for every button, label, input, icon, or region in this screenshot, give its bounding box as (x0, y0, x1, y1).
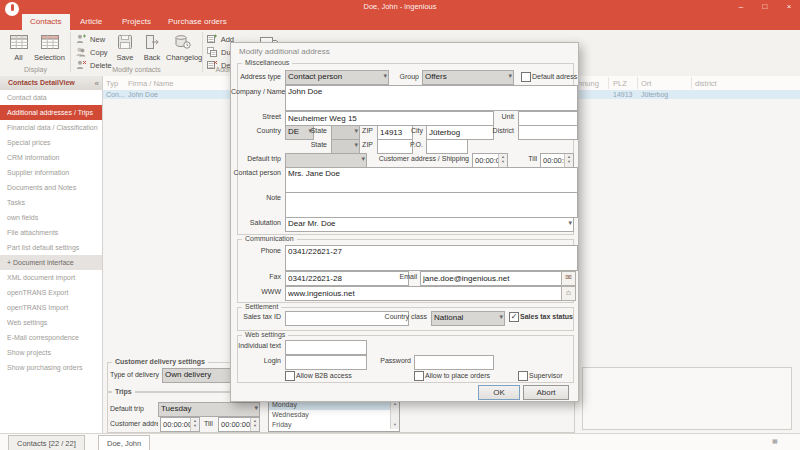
po-input[interactable] (426, 139, 468, 154)
status-bar: Contacts [22 / 22] Doe, John (0, 433, 800, 450)
default-trip-dialog-dropdown[interactable]: ▾ (285, 153, 367, 168)
send-email-icon[interactable]: ✉ (561, 271, 576, 286)
till-label: Till (204, 420, 213, 427)
spinner-arrows-icon[interactable]: ▲▼ (564, 154, 573, 167)
password-input[interactable] (414, 355, 494, 370)
sidebar-item-documents-notes[interactable]: Documents and Notes (0, 180, 102, 195)
close-button[interactable]: × (780, 1, 798, 13)
spinner-arrows-icon[interactable]: ▲▼ (250, 418, 259, 431)
column-unit-partial[interactable]: hnung (578, 79, 599, 88)
street-input[interactable] (285, 111, 494, 126)
copy-contact-button[interactable]: Copy (76, 47, 108, 59)
sidebar-item-part-list-defaults[interactable]: Part list default settings (0, 240, 102, 255)
status-tab-doe-john[interactable]: Doe, John (98, 435, 150, 450)
login-label: Login (231, 357, 281, 364)
column-firma-name[interactable]: Firma / Name (128, 79, 173, 88)
default-address-label: Default adress (532, 73, 577, 80)
sidebar-item-crm-information[interactable]: CRM information (0, 150, 102, 165)
customer-delivery-group-label: Customer delivery settings (112, 358, 208, 365)
column-district[interactable]: district (695, 79, 717, 88)
note-textarea[interactable] (285, 192, 578, 218)
dialog-title: Modify additional address (239, 47, 330, 56)
trip-weekday-listbox[interactable]: Monday Wednesday Friday ▲▼ (268, 399, 400, 432)
address-type-dropdown[interactable]: Contact person▾ (285, 70, 389, 85)
country-class-label: Country class (371, 313, 427, 320)
contact-person-textarea[interactable]: Mrs. Jane Doe (285, 167, 578, 193)
sidebar-item-opentrans-import[interactable]: openTRANS Import (0, 300, 102, 315)
zip2-label: ZIP (347, 141, 373, 148)
sidebar-item-file-attachments[interactable]: File attachments (0, 225, 102, 240)
cell-typ: Con... (106, 91, 125, 98)
web-settings-group-label: Web settings (242, 331, 288, 338)
list-duplicate-icon (207, 47, 217, 57)
column-ort[interactable]: Ort (641, 79, 651, 88)
group-dropdown[interactable]: Offers▾ (422, 70, 514, 85)
sidebar-item-supplier-information[interactable]: Supplier information (0, 165, 102, 180)
www-input[interactable] (285, 286, 564, 301)
login-input[interactable] (285, 355, 367, 370)
country-class-dropdown[interactable]: National▾ (431, 311, 505, 326)
spinner-arrows-icon[interactable]: ▲▼ (498, 154, 507, 167)
sidebar-item-show-purchasing-orders[interactable]: Show purchasing orders (0, 360, 102, 375)
sales-tax-status-checkbox[interactable]: ✓ (509, 312, 519, 322)
sidebar-item-tasks[interactable]: Tasks (0, 195, 102, 210)
allow-orders-checkbox[interactable] (414, 371, 424, 381)
sidebar-item-web-settings[interactable]: Web settings (0, 315, 102, 330)
column-typ[interactable]: Typ (106, 79, 118, 88)
company-name-textarea[interactable]: John Doe (285, 85, 578, 111)
changelog-database-clock-icon (166, 33, 199, 53)
dropdown-arrow-icon: ▾ (361, 155, 365, 163)
shipping-till-spinner[interactable]: 00:00:00▲▼ (218, 417, 260, 432)
ok-button[interactable]: OK (478, 385, 520, 400)
new-contact-button[interactable]: New (76, 34, 105, 46)
district-input[interactable] (518, 125, 578, 140)
maximize-button[interactable]: □ (756, 1, 774, 13)
default-trip-dropdown[interactable]: Tuesday▾ (158, 402, 260, 417)
sidebar-item-special-prices[interactable]: Special prices (0, 135, 102, 150)
supervisor-label: Supervisor (529, 372, 562, 379)
address-type-label: Address type (231, 73, 281, 80)
individual-text-input[interactable] (285, 340, 367, 355)
shipping-time-spinner[interactable]: 00:00:00▲▼ (472, 153, 508, 168)
default-address-checkbox[interactable] (521, 72, 531, 82)
abort-button[interactable]: Abort (523, 385, 569, 400)
sidebar-item-own-fields[interactable]: own fields (0, 210, 102, 225)
sidebar-item-financial-data[interactable]: Financial data / Classification (0, 120, 102, 135)
resize-grip-icon[interactable]: ▦ (772, 437, 778, 444)
shipping-from-spinner[interactable]: 00:00:00▲▼ (160, 417, 200, 432)
settlement-group-label: Settlement (242, 303, 281, 310)
sidebar-item-email-correspondence[interactable]: E-Mail correspondence (0, 330, 102, 345)
sidebar-item-show-projects[interactable]: Show projects (0, 345, 102, 360)
allow-orders-label: Allow to place orders (425, 372, 490, 379)
column-plz[interactable]: PLZ (613, 79, 627, 88)
unit-input[interactable] (518, 111, 578, 126)
weekday-item-wednesday[interactable]: Wednesday (269, 410, 399, 420)
allow-b2b-checkbox[interactable] (285, 371, 295, 381)
tab-article[interactable]: Article (72, 14, 110, 30)
cell-ort: Jüterbog (641, 91, 668, 98)
tab-purchase-orders[interactable]: Purchase orders (160, 14, 235, 30)
open-website-home-icon[interactable]: ⌂ (561, 286, 576, 301)
salutation-combobox[interactable]: Dear Mr. Doe▾ (285, 217, 574, 232)
sidebar-collapse-icon[interactable]: « (95, 79, 99, 88)
tab-contacts[interactable]: Contacts (22, 14, 70, 30)
ribbon-separator (202, 32, 203, 72)
minimize-button[interactable]: – (732, 1, 750, 13)
dropdown-arrow-icon: ▾ (499, 313, 503, 321)
spinner-arrows-icon[interactable]: ▲▼ (190, 418, 199, 431)
status-tab-contacts[interactable]: Contacts [22 / 22] (8, 435, 85, 450)
sidebar-item-xml-document-import[interactable]: XML document import (0, 270, 102, 285)
empty-panel-groupbox (582, 367, 792, 430)
till-time-spinner[interactable]: 00:00:00▲▼ (540, 153, 574, 168)
phone-textarea[interactable]: 0341/22621-27 (285, 245, 578, 271)
supervisor-checkbox[interactable] (518, 371, 528, 381)
tab-projects[interactable]: Projects (114, 14, 159, 30)
sidebar-item-additional-addresses[interactable]: Additional addresses / Trips (0, 105, 102, 120)
ribbon-tab-row: ≡▾ Contacts Article Projects Purchase or… (0, 14, 800, 30)
weekday-item-friday[interactable]: Friday (269, 420, 399, 430)
listbox-scrollbar[interactable]: ▲▼ (390, 400, 399, 429)
sidebar-section-document-interface[interactable]: + Document interface (0, 255, 102, 270)
sidebar-item-contact-data[interactable]: Contact data (0, 90, 102, 105)
sidebar-item-opentrans-export[interactable]: openTRANS Export (0, 285, 102, 300)
email-input[interactable] (420, 271, 564, 286)
